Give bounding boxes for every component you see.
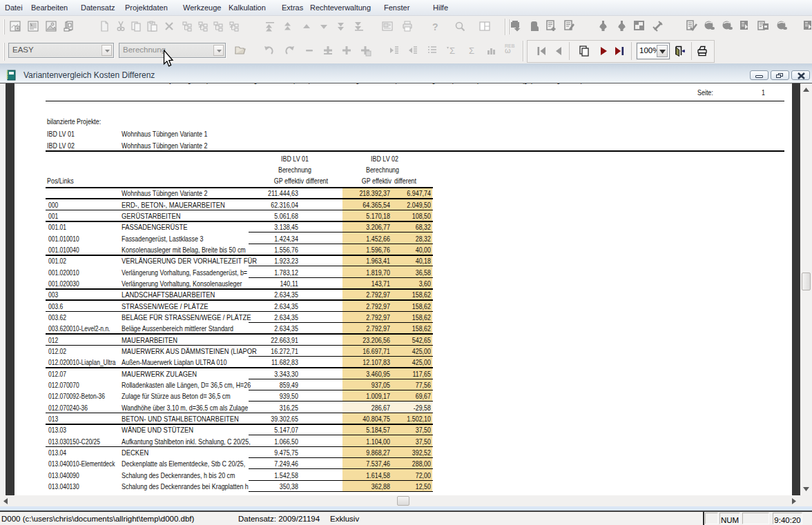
svg-text:Σ: Σ: [469, 46, 474, 56]
svg-text:Σ: Σ: [450, 46, 455, 56]
